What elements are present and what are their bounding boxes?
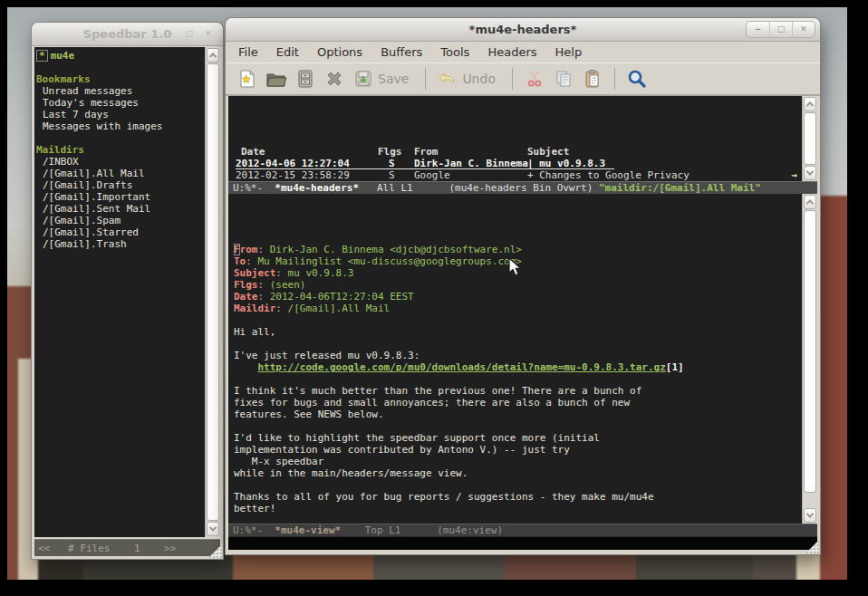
speedbar-window-controls: −□✕	[159, 25, 218, 43]
open-file-button[interactable]	[262, 65, 291, 92]
header-row[interactable]: 2012-02-15 23:58:29SGoogle+ Changes to G…	[228, 169, 817, 181]
cut-button[interactable]	[520, 65, 549, 92]
field-colon: :	[258, 279, 270, 291]
menu-help[interactable]: Help	[546, 43, 592, 61]
message-body-line	[228, 373, 817, 385]
toolbar-separator	[425, 68, 426, 90]
new-file-button[interactable]	[233, 65, 262, 92]
modeline-part: All L1	[359, 182, 448, 194]
speedbar-item-mu4e[interactable]: *mu4e	[36, 50, 204, 62]
minimize-button[interactable]: −	[160, 26, 179, 42]
emacs-titlebar[interactable]: *mu4e-headers* −□✕	[226, 18, 820, 42]
message-link[interactable]: http://code.google.com/p/mu0/downloads/d…	[258, 361, 666, 373]
speedbar-item[interactable]: Messages with images	[36, 120, 204, 132]
toolbar: Save Undo	[226, 62, 820, 96]
scroll-down-button[interactable]	[804, 166, 816, 180]
scrollbar-thumb[interactable]	[804, 210, 816, 493]
save-button[interactable]	[349, 65, 378, 92]
undo-button[interactable]	[433, 65, 462, 92]
message-field-subject: Subject: mu v0.9.8.3	[228, 267, 817, 279]
column-date[interactable]: Date	[241, 146, 265, 158]
scrollbar-track[interactable]	[804, 494, 816, 508]
speedbar-item[interactable]: /[Gmail].Sent Mail	[36, 203, 204, 215]
scrollbar-thumb[interactable]	[804, 112, 816, 165]
message-field-to: To: Mu Mailinglist <mu-discuss@googlegro…	[228, 255, 817, 267]
search-button[interactable]	[622, 65, 651, 92]
toolbar-separator	[512, 68, 513, 90]
close-buffer-button[interactable]	[320, 65, 349, 92]
speedbar-item[interactable]: /[Gmail].All Mail	[36, 168, 204, 179]
cell-subject: + Changes to Google Privacy	[527, 169, 690, 181]
menu-tools[interactable]: Tools	[431, 43, 478, 61]
emacs-window-title: *mu4e-headers*	[469, 23, 577, 36]
header-row[interactable]: 2012-04-06 12:27:04SDirk-Jan C. Binnema|…	[228, 158, 817, 169]
scroll-up-button[interactable]	[804, 195, 816, 209]
speedbar-scrollbar[interactable]	[205, 47, 220, 537]
speedbar-item[interactable]: Today's messages	[36, 97, 204, 109]
menu-file[interactable]: File	[229, 43, 267, 61]
headers-scrollbar[interactable]	[802, 96, 817, 181]
cell-date: 2012-02-15 23:58:29	[236, 169, 350, 181]
maximize-button[interactable]: □	[179, 26, 198, 42]
expand-marker-icon[interactable]: *	[36, 50, 48, 62]
paste-button[interactable]	[578, 65, 607, 92]
scroll-up-button[interactable]	[804, 97, 816, 111]
modeline-part: U:%*-	[233, 182, 275, 194]
close-button[interactable]: ✕	[792, 22, 815, 37]
field-value: /[Gmail].All Mail	[288, 303, 391, 314]
field-label: Subject	[234, 267, 275, 279]
menu-bar: FileEditOptionsBuffersToolsHeadersHelp	[226, 42, 820, 62]
menu-headers[interactable]: Headers	[478, 43, 545, 61]
speedbar-item[interactable]: /[Gmail].Spam	[36, 215, 204, 226]
column-subject[interactable]: Subject	[527, 146, 569, 158]
field-label: Date	[234, 291, 258, 303]
modeline-part: *mu4e-headers*	[275, 182, 359, 194]
field-colon: :	[275, 303, 287, 314]
maximize-button[interactable]: □	[769, 22, 792, 37]
modeline-part: (mu4e:view)	[437, 524, 503, 536]
menu-options[interactable]: Options	[308, 43, 371, 61]
chevron-up-icon	[806, 101, 814, 109]
speedbar-item[interactable]: Unread messages	[36, 85, 204, 97]
scroll-up-button[interactable]	[207, 48, 219, 62]
speedbar-item[interactable]: /INBOX	[36, 156, 204, 168]
truncation-arrow-icon: →	[791, 169, 797, 181]
padding	[228, 120, 817, 122]
message-body-line: implementation was contributed by Antono…	[228, 444, 817, 456]
headers-modeline: U:%*- *mu4e-headers* All L1 (mu4e-header…	[228, 181, 817, 194]
modeline-part: Top L1	[341, 524, 437, 536]
message-body-line	[228, 514, 817, 524]
speedbar-section-maildirs: Maildirs	[36, 144, 204, 156]
message-body-line: I'd like to highlight the speedbar suppo…	[228, 432, 817, 444]
speedbar-content: *mu4e BookmarksUnread messagesToday's me…	[36, 50, 204, 250]
chevron-up-icon	[806, 199, 814, 207]
dired-button[interactable]	[291, 65, 320, 92]
message-field-date: Date: 2012-04-06T12:27:04 EEST	[228, 291, 817, 303]
speedbar-item[interactable]: /[Gmail].Starred	[36, 226, 204, 238]
menu-edit[interactable]: Edit	[267, 43, 308, 61]
menu-buffers[interactable]: Buffers	[371, 43, 431, 61]
column-flags[interactable]: Flgs	[378, 146, 402, 158]
view-modeline: U:%*- *mu4e-view* Top L1 (mu4e:view)	[228, 524, 817, 536]
minimize-button[interactable]: −	[747, 22, 769, 37]
speedbar-item[interactable]: /[Gmail].Important	[36, 191, 204, 203]
close-button[interactable]: ✕	[198, 26, 217, 42]
message-body-line: M-x speedbar	[228, 456, 817, 467]
message-body-line: Hi all,	[228, 326, 817, 338]
cell-from: Google	[414, 169, 450, 181]
scroll-down-button[interactable]	[804, 508, 816, 523]
cell-flags: S	[389, 169, 395, 181]
speedbar-titlebar[interactable]: Speedbar 1.0 −□✕	[32, 23, 223, 46]
mu4e-view-pane: From: Dirk-Jan C. Binnema <djcb@djcbsoft…	[228, 194, 817, 524]
view-scrollbar[interactable]	[802, 194, 817, 524]
speedbar-item[interactable]: /[Gmail].Trash	[36, 238, 204, 250]
message-body-line: fixes for bugs and small annoyances; the…	[228, 397, 817, 409]
copy-button[interactable]	[549, 65, 578, 92]
scrollbar-thumb[interactable]	[207, 63, 219, 521]
speedbar-item[interactable]: Last 7 days	[36, 109, 204, 120]
message-body-line	[228, 314, 817, 326]
message-body-line: features. See NEWS below.	[228, 409, 817, 420]
speedbar-item[interactable]: /[Gmail].Drafts	[36, 179, 204, 191]
scroll-down-button[interactable]	[207, 522, 219, 536]
column-from[interactable]: From	[414, 146, 439, 158]
